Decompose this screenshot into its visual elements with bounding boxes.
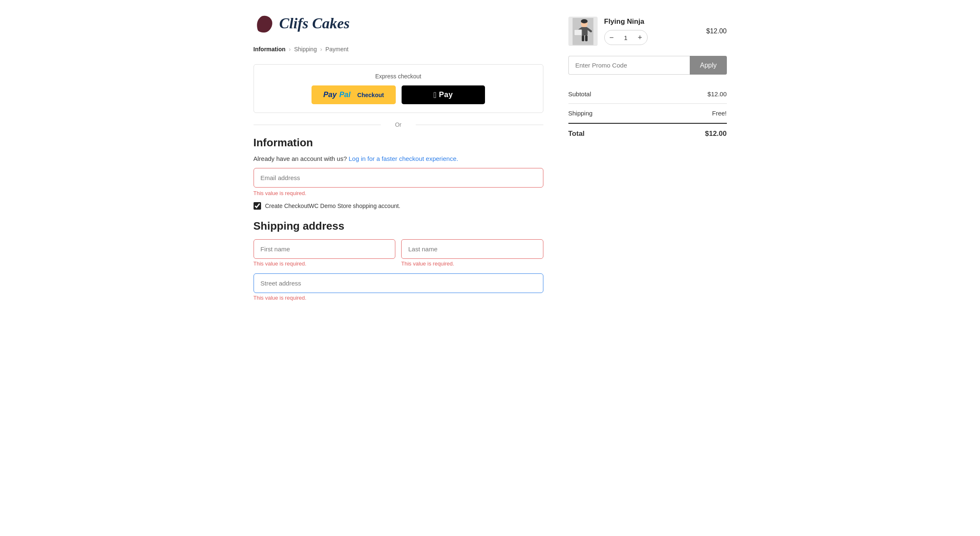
subtotal-value: $12.00 xyxy=(708,90,727,98)
name-row: This value is required. This value is re… xyxy=(254,239,543,273)
street-group: This value is required. xyxy=(254,273,543,301)
shipping-row: Shipping Free! xyxy=(568,104,727,123)
subtotal-label: Subtotal xyxy=(568,90,591,98)
paypal-pay-text: Pay xyxy=(323,90,337,99)
svg-rect-7 xyxy=(582,35,584,41)
street-input[interactable] xyxy=(254,273,543,293)
information-section: Information Already have an account with… xyxy=(254,136,543,210)
information-title: Information xyxy=(254,136,543,149)
cart-thumbnail xyxy=(568,17,598,46)
breadcrumb-sep-1: › xyxy=(289,46,291,53)
create-account-label: Create CheckoutWC Demo Store shopping ac… xyxy=(265,203,401,209)
paypal-checkout-button[interactable]: PayPal Checkout xyxy=(312,85,395,104)
logo-area: Clifs Cakes xyxy=(254,13,543,34)
last-name-error: This value is required. xyxy=(401,260,543,267)
cart-item-price: $12.00 xyxy=(706,28,727,35)
total-label: Total xyxy=(568,130,585,138)
cart-item-info: Flying Ninja − 1 + xyxy=(604,18,700,45)
create-account-checkbox[interactable] xyxy=(254,202,261,210)
cart-item-name: Flying Ninja xyxy=(604,18,700,26)
qty-value: 1 xyxy=(619,34,633,41)
qty-decrease-button[interactable]: − xyxy=(605,30,619,45)
email-input[interactable] xyxy=(254,168,543,188)
apple-logo-icon:  xyxy=(433,91,436,99)
applepay-text: Pay xyxy=(439,90,453,99)
subtotal-row: Subtotal $12.00 xyxy=(568,85,727,104)
promo-input[interactable] xyxy=(568,56,690,75)
total-value: $12.00 xyxy=(705,130,727,138)
express-buttons: PayPal Checkout  Pay xyxy=(262,85,535,104)
express-checkout-label: Express checkout xyxy=(262,73,535,80)
breadcrumb-sep-2: › xyxy=(320,46,322,53)
breadcrumb: Information › Shipping › Payment xyxy=(254,46,543,53)
apply-promo-button[interactable]: Apply xyxy=(690,56,726,75)
qty-control: − 1 + xyxy=(604,30,648,45)
svg-point-2 xyxy=(581,19,588,23)
login-prompt: Already have an account with us? Log in … xyxy=(254,155,543,162)
first-name-input[interactable] xyxy=(254,239,396,259)
right-col: Flying Ninja − 1 + $12.00 Apply Subtotal… xyxy=(568,13,727,304)
shipping-title: Shipping address xyxy=(254,220,543,233)
email-group xyxy=(254,168,543,188)
last-name-input[interactable] xyxy=(401,239,543,259)
login-link[interactable]: Log in for a faster checkout experience. xyxy=(349,155,458,162)
applepay-button[interactable]:  Pay xyxy=(402,85,485,104)
logo-icon xyxy=(254,13,275,34)
last-name-group: This value is required. xyxy=(401,239,543,270)
shipping-value: Free! xyxy=(712,110,726,117)
breadcrumb-information[interactable]: Information xyxy=(254,46,286,53)
first-name-group: This value is required. xyxy=(254,239,396,270)
paypal-checkout-word: Checkout xyxy=(357,92,384,98)
or-divider: Or xyxy=(254,121,543,128)
qty-increase-button[interactable]: + xyxy=(633,30,647,45)
street-error: This value is required. xyxy=(254,295,543,301)
promo-row: Apply xyxy=(568,56,727,75)
shipping-section: Shipping address This value is required.… xyxy=(254,220,543,301)
breadcrumb-shipping[interactable]: Shipping xyxy=(294,46,317,53)
express-checkout-box: Express checkout PayPal Checkout  Pay xyxy=(254,64,543,113)
svg-rect-8 xyxy=(585,35,588,41)
breadcrumb-payment[interactable]: Payment xyxy=(325,46,348,53)
create-account-checkbox-label[interactable]: Create CheckoutWC Demo Store shopping ac… xyxy=(254,202,543,210)
email-error: This value is required. xyxy=(254,190,543,196)
total-row: Total $12.00 xyxy=(568,123,727,144)
product-image xyxy=(573,18,593,45)
shipping-label: Shipping xyxy=(568,110,593,117)
order-summary: Subtotal $12.00 Shipping Free! Total $12… xyxy=(568,85,727,144)
logo-text: Clifs Cakes xyxy=(279,15,350,32)
cart-item: Flying Ninja − 1 + $12.00 xyxy=(568,17,727,46)
first-name-error: This value is required. xyxy=(254,260,396,267)
paypal-pal-text: Pal xyxy=(339,90,350,99)
svg-rect-6 xyxy=(574,30,582,35)
